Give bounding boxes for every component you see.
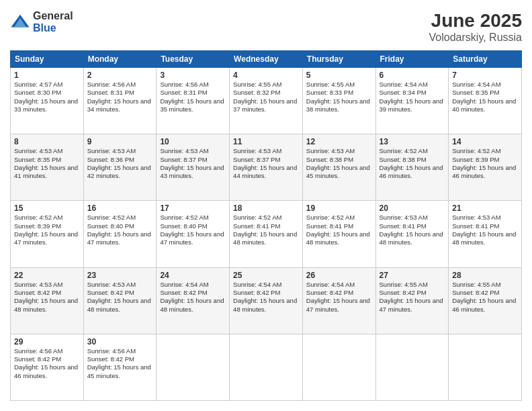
day-4: 4 Sunrise: 4:55 AMSunset: 8:32 PMDayligh… [230,68,303,134]
empty-fri [375,334,449,400]
day-27: 27 Sunrise: 4:55 AMSunset: 8:42 PMDaylig… [375,267,449,334]
week-2: 8 Sunrise: 4:53 AMSunset: 8:35 PMDayligh… [11,134,522,201]
title-block: June 2025 Volodarskiy, Russia [429,10,522,44]
day-5: 5 Sunrise: 4:55 AMSunset: 8:33 PMDayligh… [302,68,375,134]
week-3: 15 Sunrise: 4:52 AMSunset: 8:39 PMDaylig… [11,201,522,267]
logo: General Blue [10,10,73,34]
day-1: 1 Sunrise: 4:57 AMSunset: 8:30 PMDayligh… [11,68,84,134]
day-20: 20 Sunrise: 4:53 AMSunset: 8:41 PMDaylig… [375,201,449,267]
day-19: 19 Sunrise: 4:52 AMSunset: 8:41 PMDaylig… [302,201,375,267]
day-29: 29 Sunrise: 4:56 AMSunset: 8:42 PMDaylig… [11,334,84,400]
day-13: 13 Sunrise: 4:52 AMSunset: 8:38 PMDaylig… [375,134,449,201]
week-5: 29 Sunrise: 4:56 AMSunset: 8:42 PMDaylig… [11,334,522,400]
week-4: 22 Sunrise: 4:53 AMSunset: 8:42 PMDaylig… [11,267,522,334]
day-16: 16 Sunrise: 4:52 AMSunset: 8:40 PMDaylig… [83,201,157,267]
main-title: June 2025 [429,10,522,32]
col-thursday: Thursday [302,51,375,68]
day-9: 9 Sunrise: 4:53 AMSunset: 8:36 PMDayligh… [83,134,157,201]
day-21: 21 Sunrise: 4:53 AMSunset: 8:41 PMDaylig… [449,201,522,267]
day-23: 23 Sunrise: 4:53 AMSunset: 8:42 PMDaylig… [83,267,157,334]
header: General Blue June 2025 Volodarskiy, Russ… [10,10,522,44]
day-25: 25 Sunrise: 4:54 AMSunset: 8:42 PMDaylig… [230,267,303,334]
col-sunday: Sunday [11,51,84,68]
day-30: 30 Sunrise: 4:56 AMSunset: 8:42 PMDaylig… [83,334,157,400]
page: General Blue June 2025 Volodarskiy, Russ… [0,0,532,411]
day-3: 3 Sunrise: 4:56 AMSunset: 8:31 PMDayligh… [157,68,230,134]
empty-tue [157,334,230,400]
day-24: 24 Sunrise: 4:54 AMSunset: 8:42 PMDaylig… [157,267,230,334]
day-28: 28 Sunrise: 4:55 AMSunset: 8:42 PMDaylig… [449,267,522,334]
day-7: 7 Sunrise: 4:54 AMSunset: 8:35 PMDayligh… [449,68,522,134]
week-1: 1 Sunrise: 4:57 AMSunset: 8:30 PMDayligh… [11,68,522,134]
calendar: Sunday Monday Tuesday Wednesday Thursday… [10,50,522,401]
day-18: 18 Sunrise: 4:52 AMSunset: 8:41 PMDaylig… [230,201,303,267]
header-row: Sunday Monday Tuesday Wednesday Thursday… [11,51,522,68]
col-friday: Friday [375,51,449,68]
day-10: 10 Sunrise: 4:53 AMSunset: 8:37 PMDaylig… [157,134,230,201]
col-tuesday: Tuesday [157,51,230,68]
day-8: 8 Sunrise: 4:53 AMSunset: 8:35 PMDayligh… [11,134,84,201]
col-wednesday: Wednesday [230,51,303,68]
empty-sat [449,334,522,400]
day-6: 6 Sunrise: 4:54 AMSunset: 8:34 PMDayligh… [375,68,449,134]
day-2: 2 Sunrise: 4:56 AMSunset: 8:31 PMDayligh… [83,68,157,134]
day-26: 26 Sunrise: 4:54 AMSunset: 8:42 PMDaylig… [302,267,375,334]
day-15: 15 Sunrise: 4:52 AMSunset: 8:39 PMDaylig… [11,201,84,267]
day-22: 22 Sunrise: 4:53 AMSunset: 8:42 PMDaylig… [11,267,84,334]
col-monday: Monday [83,51,157,68]
logo-icon [10,12,30,32]
logo-blue: Blue [33,22,73,34]
empty-wed [230,334,303,400]
subtitle: Volodarskiy, Russia [429,32,522,44]
logo-text: General Blue [33,10,73,34]
day-12: 12 Sunrise: 4:53 AMSunset: 8:38 PMDaylig… [302,134,375,201]
day-17: 17 Sunrise: 4:52 AMSunset: 8:40 PMDaylig… [157,201,230,267]
empty-thu [302,334,375,400]
logo-general: General [33,10,73,22]
day-11: 11 Sunrise: 4:53 AMSunset: 8:37 PMDaylig… [230,134,303,201]
day-14: 14 Sunrise: 4:52 AMSunset: 8:39 PMDaylig… [449,134,522,201]
col-saturday: Saturday [449,51,522,68]
